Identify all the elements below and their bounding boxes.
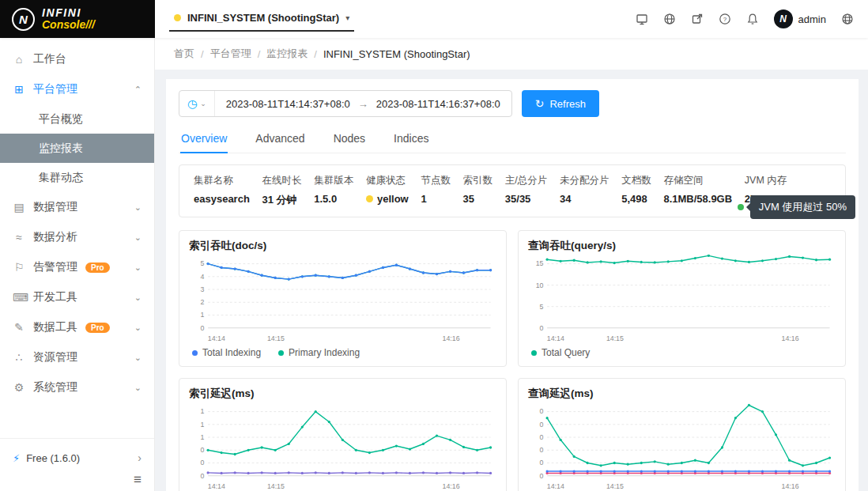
stat-value: easysearch (194, 193, 250, 205)
svg-text:15: 15 (536, 259, 544, 267)
stat-value: 1.5.0 (314, 193, 353, 205)
data-analysis-icon: ≈ (13, 231, 25, 244)
chart-legend: Total Query (528, 345, 836, 360)
refresh-icon: ↻ (535, 97, 545, 110)
content-card: ◷ ⌄ 2023-08-11T14:14:37+08:0 → 2023-08-1… (166, 79, 859, 491)
help-icon[interactable]: ? (719, 13, 731, 25)
sidebar-subitem[interactable]: 监控报表 (0, 134, 154, 163)
refresh-button[interactable]: ↻ Refresh (522, 90, 599, 117)
sidebar-subitem[interactable]: 平台概览 (0, 104, 154, 134)
stat-item: 在线时长31 分钟 (262, 174, 302, 207)
sidebar-item[interactable]: ⊞平台管理⌃ (0, 74, 154, 104)
svg-text:14:16: 14:16 (782, 334, 799, 342)
svg-text:14:15: 14:15 (267, 482, 285, 490)
breadcrumb-item[interactable]: 平台管理 (210, 47, 251, 61)
collapse-sidebar-icon[interactable]: ≡ (134, 473, 142, 486)
version-label: Free (1.6.0) (26, 452, 80, 464)
breadcrumb: 首页/平台管理/监控报表/INFINI_SYSTEM (ShootingStar… (155, 38, 868, 70)
stat-item: 未分配分片34 (560, 174, 609, 207)
stat-value: 35/35 (505, 193, 547, 205)
chevron-down-icon: ⌄ (134, 323, 142, 333)
sidebar-item[interactable]: ⌨开发工具⌄ (0, 282, 154, 312)
legend-item[interactable]: Primary Indexing (278, 347, 360, 358)
chevron-down-icon: ⌄ (134, 293, 142, 303)
stat-item: 文档数5,498 (621, 174, 651, 207)
cluster-selector[interactable]: INFINI_SYSTEM (ShootingStar) ▾ (169, 7, 354, 32)
svg-text:1: 1 (201, 421, 205, 429)
charts-grid: 索引吞吐(doc/s)01234514:1414:1514:16Total In… (179, 230, 846, 491)
main-area: 首页/平台管理/监控报表/INFINI_SYSTEM (ShootingStar… (155, 38, 868, 491)
chart-plot[interactable]: 00000014:1414:1514:16 (528, 402, 836, 491)
chart-title: 查询延迟(ms) (528, 387, 836, 401)
stat-item: 集群名称easysearch (194, 174, 250, 207)
arrow-right-icon: → (358, 98, 368, 110)
time-range-picker[interactable]: ◷ ⌄ 2023-08-11T14:14:37+08:0 → 2023-08-1… (179, 90, 512, 117)
sidebar-item[interactable]: ▤数据管理⌄ (0, 192, 154, 222)
stat-label: 节点数 (421, 174, 451, 187)
breadcrumb-item[interactable]: 首页 (174, 47, 194, 61)
tab-indices[interactable]: Indices (393, 127, 429, 153)
svg-text:0: 0 (540, 459, 544, 466)
chart-plot[interactable]: 05101514:1414:1514:16 (528, 255, 836, 345)
breadcrumb-item: INFINI_SYSTEM (ShootingStar) (323, 48, 470, 60)
data-tools-icon: ✎ (13, 321, 25, 334)
sidebar-item[interactable]: ✎数据工具Pro⌄ (0, 312, 154, 342)
language-icon[interactable] (841, 13, 854, 25)
notifications-icon[interactable] (746, 13, 759, 25)
tab-advanced[interactable]: Advanced (255, 127, 305, 153)
sidebar-item[interactable]: ≈数据分析⌄ (0, 222, 154, 252)
sidebar-item[interactable]: ∴资源管理⌄ (0, 342, 154, 372)
chevron-down-icon: ⌄ (134, 353, 142, 363)
sidebar-item-label: 数据管理 (33, 200, 77, 214)
system-management-icon: ⚙ (13, 381, 25, 394)
sidebar-item-label: 开发工具 (33, 290, 77, 304)
svg-text:14:16: 14:16 (443, 334, 460, 342)
sidebar-item-label: 数据工具 (33, 320, 77, 334)
stat-item: 健康状态yellow (366, 174, 409, 207)
tab-overview[interactable]: Overview (180, 127, 228, 153)
chevron-down-icon: ⌄ (134, 383, 142, 393)
stat-value: 35 (463, 193, 493, 205)
infini-logo-icon: N (12, 8, 35, 31)
chevron-right-icon: › (138, 451, 142, 464)
pro-badge: Pro (85, 323, 110, 333)
console-icon[interactable] (636, 13, 648, 25)
sidebar-subitem[interactable]: 集群动态 (0, 163, 154, 192)
external-link-icon[interactable] (691, 13, 704, 25)
dev-tools-icon: ⌨ (13, 291, 25, 304)
sidebar-item-label: 资源管理 (33, 350, 77, 364)
alert-dot[interactable] (738, 204, 744, 210)
workbench-icon: ⌂ (13, 53, 25, 66)
svg-text:0: 0 (540, 433, 544, 441)
svg-text:1: 1 (201, 311, 205, 319)
svg-text:0: 0 (201, 323, 205, 331)
stat-label: 未分配分片 (560, 174, 609, 187)
legend-dot (531, 350, 537, 356)
svg-text:5: 5 (201, 259, 205, 267)
network-icon[interactable] (663, 13, 676, 25)
health-status-dot (366, 195, 373, 202)
legend-item[interactable]: Total Indexing (192, 347, 261, 358)
svg-text:14:14: 14:14 (547, 334, 564, 342)
legend-item[interactable]: Total Query (531, 347, 590, 358)
version-info[interactable]: ⚡ Free (1.6.0) › (0, 446, 154, 470)
svg-text:14:15: 14:15 (606, 482, 624, 490)
cluster-selector-label: INFINI_SYSTEM (ShootingStar) (187, 12, 339, 24)
user-menu[interactable]: N admin (774, 9, 826, 28)
sidebar-item[interactable]: ⌂工作台 (0, 44, 154, 74)
sidebar-item[interactable]: ⚙系统管理⌄ (0, 372, 154, 402)
header-icons: ? N admin (636, 9, 854, 28)
chart-plot[interactable]: 00011114:1414:1514:16 (189, 402, 496, 491)
user-avatar: N (774, 9, 793, 28)
chart-title: 索引延迟(ms) (189, 387, 496, 401)
stat-item: 主/总分片35/35 (505, 174, 547, 207)
svg-text:?: ? (723, 16, 726, 23)
chart-plot[interactable]: 01234514:1414:1514:16 (189, 255, 496, 345)
stat-item: 存储空间8.1MB/58.9GB (663, 174, 732, 207)
stat-item: 索引数35 (463, 174, 493, 207)
chevron-down-icon: ⌄ (200, 100, 206, 108)
svg-text:0: 0 (540, 407, 544, 415)
breadcrumb-item[interactable]: 监控报表 (266, 47, 308, 61)
sidebar-item[interactable]: ⚐告警管理Pro⌄ (0, 252, 154, 282)
tab-nodes[interactable]: Nodes (333, 127, 366, 153)
